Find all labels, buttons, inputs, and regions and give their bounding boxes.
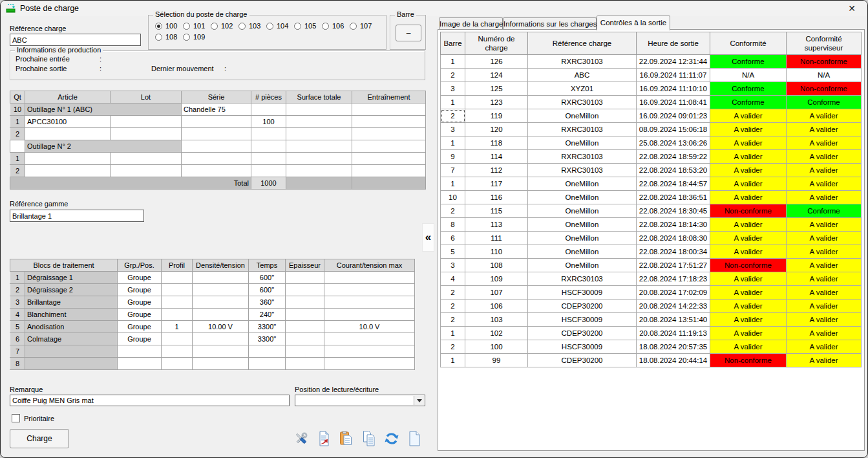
heure-sortie-cell[interactable]: 22.08.2024 18:30:45 — [637, 204, 710, 218]
heure-sortie-cell[interactable]: 22.08.2024 18:44:57 — [637, 177, 710, 191]
conformite-superviseur-cell[interactable]: A valider — [787, 300, 862, 313]
block-num-cell[interactable]: 7 — [10, 345, 25, 358]
heure-sortie-cell[interactable]: 16.09.2024 11:08:41 — [637, 96, 710, 109]
grp-pos-cell[interactable] — [118, 345, 162, 358]
serie-cell[interactable] — [182, 116, 251, 128]
conformite-cell[interactable]: Non-conforme — [710, 354, 787, 367]
barre-cell[interactable]: 1 — [441, 327, 465, 340]
densite-tension-cell[interactable] — [193, 333, 249, 345]
conformite-superviseur-cell[interactable]: Non-conforme — [787, 82, 862, 96]
temps-cell[interactable]: 240" — [249, 309, 286, 321]
numero-charge-cell[interactable]: 103 — [465, 313, 528, 327]
densite-tension-cell[interactable] — [193, 358, 249, 370]
temps-cell[interactable]: 360" — [249, 296, 286, 309]
conformite-superviseur-cell[interactable]: A valider — [787, 327, 862, 340]
densite-tension-cell[interactable] — [193, 296, 249, 309]
position-lecture-dropdown[interactable] — [295, 395, 425, 406]
tab-image-de-la-charge[interactable]: Image de la charge — [439, 17, 503, 30]
barre-cell[interactable]: 1 — [441, 55, 465, 69]
conformite-superviseur-cell[interactable]: A valider — [787, 191, 862, 204]
conformite-cell[interactable]: A valider — [710, 232, 787, 245]
conformite-superviseur-cell[interactable]: A valider — [787, 313, 862, 327]
numero-charge-cell[interactable]: 125 — [465, 82, 528, 96]
barre-cell[interactable]: 3 — [441, 259, 465, 272]
profil-cell[interactable] — [162, 358, 193, 370]
block-num-cell[interactable]: 5 — [10, 321, 25, 333]
reference-charge-cell[interactable]: RXRC30103 — [528, 123, 637, 136]
reference-charge-cell[interactable]: ABC — [528, 69, 637, 82]
reference-charge-cell[interactable]: OneMillon — [528, 109, 637, 123]
article-cell[interactable]: APCC30100 — [25, 116, 111, 128]
reference-charge-cell[interactable]: XYZ01 — [528, 82, 637, 96]
densite-tension-cell[interactable] — [193, 309, 249, 321]
epaisseur-cell[interactable] — [286, 358, 324, 370]
block-num-cell[interactable]: 8 — [10, 358, 25, 370]
conformite-cell[interactable]: A valider — [710, 136, 787, 150]
heure-sortie-cell[interactable]: 22.09.2024 12:31:44 — [637, 55, 710, 69]
barre-cell[interactable]: 9 — [441, 150, 465, 164]
conformite-superviseur-cell[interactable]: A valider — [787, 150, 862, 164]
conformite-cell[interactable]: A valider — [710, 313, 787, 327]
pieces-cell[interactable] — [251, 153, 286, 165]
reference-charge-cell[interactable]: RXRC30103 — [528, 150, 637, 164]
conformite-superviseur-cell[interactable]: N/A — [787, 69, 862, 82]
numero-charge-cell[interactable]: 120 — [465, 123, 528, 136]
reference-charge-cell[interactable]: HSCF30009 — [528, 313, 637, 327]
conformite-superviseur-cell[interactable]: A valider — [787, 109, 862, 123]
load-document-icon[interactable] — [315, 430, 332, 447]
poste-radio-106[interactable]: 106 — [322, 22, 350, 30]
block-name-cell[interactable]: Dégraissage 1 — [25, 272, 118, 284]
courant-max-cell[interactable] — [324, 284, 415, 296]
barre-cell[interactable]: 3 — [441, 123, 465, 136]
conformite-cell[interactable]: A valider — [710, 164, 787, 177]
heure-sortie-cell[interactable]: 20.08.2024 11:19:13 — [637, 327, 710, 340]
block-num-cell[interactable]: 1 — [10, 272, 25, 284]
numero-charge-cell[interactable]: 102 — [465, 327, 528, 340]
block-num-cell[interactable]: 6 — [10, 333, 25, 345]
charge-button[interactable]: Charge — [10, 429, 69, 448]
grp-pos-cell[interactable] — [118, 358, 162, 370]
tab-controles-sortie[interactable]: Contrôles à la sortie — [597, 16, 670, 30]
conformite-cell[interactable]: A valider — [710, 109, 787, 123]
numero-charge-cell[interactable]: 116 — [465, 191, 528, 204]
refresh-icon[interactable] — [383, 430, 400, 447]
reference-charge-cell[interactable]: OneMillon — [528, 136, 637, 150]
conformite-superviseur-cell[interactable]: A valider — [787, 232, 862, 245]
entrainement-cell[interactable] — [352, 128, 426, 140]
temps-cell[interactable] — [249, 358, 286, 370]
barre-cell[interactable]: 6 — [441, 232, 465, 245]
block-name-cell[interactable]: Anodisation — [25, 321, 118, 333]
conformite-superviseur-cell[interactable]: A valider — [787, 340, 862, 354]
lot-cell[interactable] — [111, 153, 182, 165]
grp-pos-cell[interactable]: Groupe — [118, 321, 162, 333]
reference-charge-input[interactable] — [10, 34, 141, 46]
reference-charge-cell[interactable]: CDEP30200 — [528, 327, 637, 340]
profil-cell[interactable] — [162, 284, 193, 296]
heure-sortie-cell[interactable]: 20.08.2024 13:51:40 — [637, 313, 710, 327]
epaisseur-cell[interactable] — [286, 284, 324, 296]
temps-cell[interactable]: 600" — [249, 284, 286, 296]
heure-sortie-cell[interactable]: 18.08.2024 20:57:35 — [637, 340, 710, 354]
courant-max-cell[interactable] — [324, 358, 415, 370]
heure-sortie-cell[interactable]: 16.09.2024 11:10:10 — [637, 82, 710, 96]
epaisseur-cell[interactable] — [286, 272, 324, 284]
conformite-superviseur-cell[interactable]: A valider — [787, 177, 862, 191]
conformite-cell[interactable]: A valider — [710, 327, 787, 340]
numero-charge-cell[interactable]: 99 — [465, 354, 528, 367]
lot-cell[interactable] — [111, 165, 182, 177]
conformite-superviseur-cell[interactable]: A valider — [787, 136, 862, 150]
lot-cell[interactable] — [111, 128, 182, 140]
conformite-cell[interactable]: A valider — [710, 286, 787, 300]
numero-charge-cell[interactable]: 108 — [465, 259, 528, 272]
conformite-cell[interactable]: A valider — [710, 272, 787, 286]
block-num-cell[interactable]: 3 — [10, 296, 25, 309]
numero-charge-cell[interactable]: 123 — [465, 96, 528, 109]
block-name-cell[interactable]: Brillantage — [25, 296, 118, 309]
barre-cell[interactable]: 1 — [441, 354, 465, 367]
heure-sortie-cell[interactable]: 16.09.2024 09:01:23 — [637, 109, 710, 123]
conformite-cell[interactable]: A valider — [710, 150, 787, 164]
reference-charge-cell[interactable]: HSCF30009 — [528, 286, 637, 300]
conformite-cell[interactable]: N/A — [710, 69, 787, 82]
poste-radio-101[interactable]: 101 — [183, 22, 211, 30]
epaisseur-cell[interactable] — [286, 321, 324, 333]
